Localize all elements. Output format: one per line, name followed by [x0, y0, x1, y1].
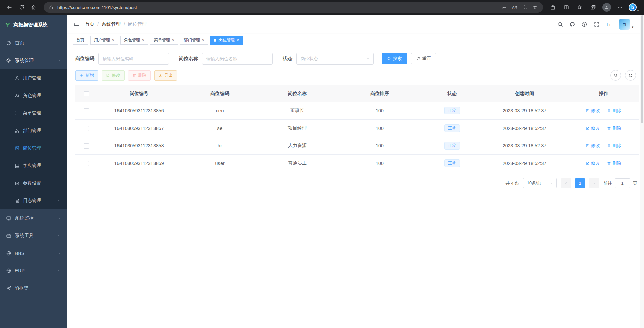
post-name-input[interactable]	[202, 53, 273, 65]
header-github-button[interactable]	[569, 21, 575, 27]
edit-button[interactable]: 修改	[102, 70, 125, 81]
user-avatar-menu[interactable]: Yi ▾	[619, 19, 633, 30]
search-button-label: 搜索	[393, 56, 402, 62]
sidebar-item-system-mgmt[interactable]: 系统管理	[0, 52, 67, 69]
breadcrumb-home[interactable]: 首页	[85, 21, 94, 27]
row-edit-label: 修改	[591, 160, 600, 166]
goto-page-input[interactable]	[615, 178, 630, 188]
row-delete-link[interactable]: 删除	[607, 160, 621, 166]
tab-menu-mgmt[interactable]: 菜单管理×	[150, 36, 178, 45]
add-button[interactable]: 新增	[75, 70, 98, 81]
sidebar-item-erp[interactable]: ERP	[0, 262, 67, 280]
row-checkbox[interactable]	[84, 126, 89, 131]
row-edit-link[interactable]: 修改	[586, 108, 600, 114]
browser-chrome: https://ccnetcore.com:1101/system/post b…	[0, 0, 644, 15]
delete-button[interactable]: 删除	[128, 70, 151, 81]
header-fullscreen-button[interactable]	[594, 21, 600, 27]
cell-created-time: 2023-03-29 18:52:37	[481, 155, 568, 172]
tab-role-mgmt[interactable]: 角色管理×	[120, 36, 148, 45]
breadcrumb-system-mgmt[interactable]: 系统管理	[102, 21, 121, 27]
browser-favorites-button[interactable]	[574, 2, 585, 13]
sidebar-subitem-menu-mgmt[interactable]: 菜单管理	[0, 104, 67, 122]
sidebar-subitem-dict-mgmt[interactable]: 字典管理	[0, 157, 67, 174]
row-delete-link[interactable]: 删除	[607, 108, 621, 114]
browser-settings-button[interactable]	[614, 2, 626, 13]
cell-post-sort: 100	[336, 102, 423, 120]
status-select[interactable]: 岗位状态	[296, 53, 374, 65]
row-edit-link[interactable]: 修改	[586, 160, 600, 166]
chevron-right-icon	[592, 181, 596, 185]
page-scrollbar[interactable]	[640, 15, 644, 328]
sidebar-item-bbs[interactable]: BBS	[0, 244, 67, 262]
refresh-table-button[interactable]	[625, 70, 636, 81]
scrollbar-thumb[interactable]	[641, 15, 643, 123]
search-button[interactable]: 搜索	[382, 53, 407, 64]
select-all-checkbox[interactable]	[84, 91, 89, 96]
sidebar-item-system-monitor[interactable]: 系统监控	[0, 209, 67, 227]
next-page-button[interactable]	[589, 178, 599, 188]
sidebar-collapse-button[interactable]	[73, 21, 79, 27]
sidebar-subitem-role-mgmt[interactable]: 角色管理	[0, 87, 67, 104]
header-fontsize-button[interactable]	[606, 21, 612, 27]
cell-post-code: se	[181, 120, 259, 137]
tab-close-icon[interactable]: ×	[142, 38, 144, 42]
sidebar-subitem-dept-mgmt[interactable]: 部门管理	[0, 122, 67, 139]
reset-button-label: 重置	[422, 56, 431, 62]
sidebar-subitem-log-mgmt[interactable]: 日志管理	[0, 192, 67, 209]
tab-dept-mgmt[interactable]: 部门管理×	[180, 36, 208, 45]
chevron-down-icon	[57, 199, 61, 203]
read-aloud-icon[interactable]	[511, 4, 517, 10]
browser-refresh-button[interactable]	[15, 2, 28, 13]
sidebar-item-home[interactable]: 首页	[0, 34, 67, 52]
row-checkbox[interactable]	[84, 161, 89, 166]
sidebar-item-yi-framework[interactable]: Yi框架	[0, 280, 67, 297]
row-edit-link[interactable]: 修改	[586, 143, 600, 149]
zoom-out-icon[interactable]	[522, 5, 528, 10]
tab-close-icon[interactable]: ×	[172, 38, 174, 42]
password-key-icon[interactable]	[501, 5, 507, 10]
tab-user-mgmt[interactable]: 用户管理×	[90, 36, 118, 45]
post-code-input[interactable]	[98, 53, 169, 65]
site-info-lock-icon[interactable]	[48, 5, 54, 10]
add-favorite-star-icon[interactable]	[532, 4, 538, 10]
chevron-down-icon	[57, 251, 61, 255]
address-bar[interactable]: https://ccnetcore.com:1101/system/post	[44, 2, 543, 13]
browser-collections-button[interactable]	[587, 2, 599, 13]
url-text[interactable]: https://ccnetcore.com:1101/system/post	[57, 5, 137, 10]
sidebar-item-system-tools[interactable]: 系统工具	[0, 227, 67, 244]
bing-icon: b	[629, 3, 637, 11]
row-checkbox[interactable]	[84, 143, 89, 149]
sidebar-subitem-user-mgmt[interactable]: 用户管理	[0, 69, 67, 87]
sidebar-subitem-post-mgmt[interactable]: 岗位管理	[0, 139, 67, 157]
row-delete-link[interactable]: 删除	[607, 125, 621, 131]
header-search-button[interactable]	[557, 21, 563, 27]
browser-back-button[interactable]	[3, 2, 15, 13]
export-button[interactable]: 导出	[154, 70, 177, 81]
browser-split-screen-button[interactable]	[561, 2, 572, 13]
gear-icon	[6, 58, 11, 63]
row-checkbox[interactable]	[84, 108, 89, 113]
goto-page: 前往 页	[603, 178, 637, 188]
tab-close-icon[interactable]: ×	[202, 38, 204, 42]
tab-home[interactable]: 首页	[73, 36, 88, 45]
browser-profile-button[interactable]	[601, 2, 612, 13]
browser-extensions-button[interactable]	[547, 2, 558, 13]
toggle-search-button[interactable]	[610, 70, 621, 81]
reset-button[interactable]: 重置	[411, 53, 436, 64]
column-post-id: 岗位编号	[97, 85, 181, 102]
tab-post-mgmt[interactable]: 岗位管理×	[210, 36, 243, 45]
chevron-down-icon	[366, 57, 370, 61]
row-edit-link[interactable]: 修改	[586, 125, 600, 131]
app-logo[interactable]: 意框架管理系统	[0, 15, 67, 34]
page-size-select[interactable]: 10条/页	[523, 178, 557, 188]
row-delete-link[interactable]: 删除	[607, 143, 621, 149]
tab-close-icon[interactable]: ×	[237, 38, 239, 42]
page-number-button[interactable]: 1	[575, 178, 585, 188]
tab-close-icon[interactable]: ×	[112, 38, 114, 42]
header-help-button[interactable]	[581, 21, 587, 27]
row-edit-label: 修改	[591, 108, 600, 114]
bing-copilot-button[interactable]: b▾	[628, 2, 639, 13]
sidebar-subitem-param-settings[interactable]: 参数设置	[0, 174, 67, 192]
browser-home-button[interactable]	[28, 2, 40, 13]
prev-page-button[interactable]	[561, 178, 571, 188]
